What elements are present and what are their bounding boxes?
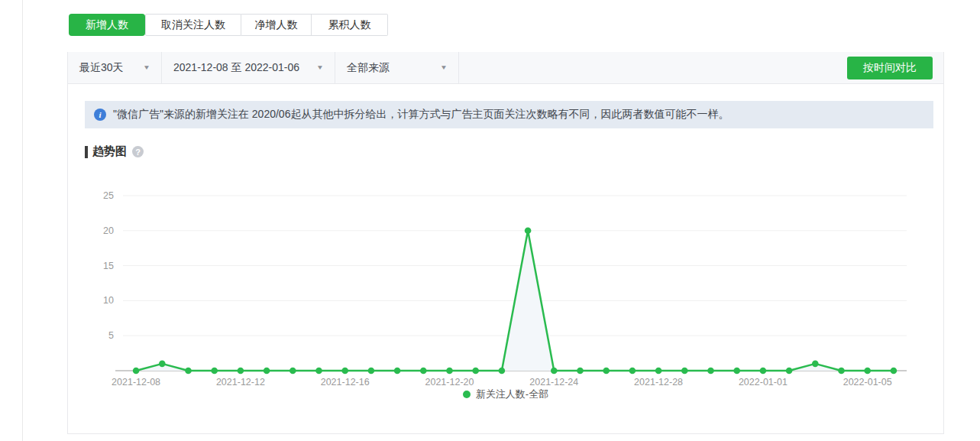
- date-range-dropdown[interactable]: 2021-12-08 至 2022-01-06 ▼: [162, 52, 335, 83]
- content-panel: 最近30天 ▼ 2021-12-08 至 2022-01-06 ▼ 全部来源 ▼…: [67, 52, 944, 434]
- compare-by-time-button[interactable]: 按时间对比: [847, 57, 933, 79]
- data-point[interactable]: [603, 368, 610, 375]
- data-point[interactable]: [891, 368, 898, 375]
- legend-dot-icon: [463, 391, 471, 398]
- y-axis-tick-label: 10: [103, 295, 114, 306]
- y-axis-tick-label: 20: [103, 225, 114, 236]
- x-axis-tick-label: 2021-12-12: [216, 377, 265, 387]
- analytics-page: 新增人数 取消关注人数 净增人数 累积人数 最近30天 ▼ 2021-12-08…: [0, 0, 980, 441]
- source-label: 全部来源: [347, 61, 390, 75]
- trend-chart[interactable]: 5101520252021-12-082021-12-122021-12-162…: [68, 174, 945, 392]
- data-point[interactable]: [551, 368, 558, 375]
- data-point[interactable]: [238, 368, 244, 375]
- x-axis-tick-label: 2021-12-28: [634, 377, 683, 387]
- data-point[interactable]: [681, 368, 688, 375]
- data-point[interactable]: [341, 368, 348, 375]
- data-point[interactable]: [185, 368, 192, 375]
- tab-unfollowers[interactable]: 取消关注人数: [145, 14, 241, 36]
- trend-chart-svg[interactable]: 5101520252021-12-082021-12-122021-12-162…: [68, 174, 943, 392]
- data-point[interactable]: [211, 368, 218, 375]
- source-dropdown[interactable]: 全部来源 ▼: [335, 52, 459, 83]
- time-range-dropdown[interactable]: 最近30天 ▼: [68, 52, 162, 83]
- data-point[interactable]: [629, 368, 636, 375]
- data-point[interactable]: [786, 368, 793, 375]
- data-point[interactable]: [577, 368, 584, 375]
- data-point[interactable]: [446, 368, 453, 375]
- sidebar-edge-divider: [22, 0, 23, 441]
- notice-text: "微信广告"来源的新增关注在 2020/06起从其他中拆分给出，计算方式与广告主…: [113, 108, 729, 122]
- legend-label: 新关注人数-全部: [476, 387, 548, 401]
- data-point[interactable]: [159, 361, 166, 368]
- time-range-label: 最近30天: [79, 61, 124, 75]
- x-axis-tick-label: 2021-12-20: [425, 377, 474, 387]
- data-point[interactable]: [760, 368, 767, 375]
- section-title: 趋势图 ?: [85, 144, 144, 159]
- data-point[interactable]: [733, 368, 740, 375]
- y-axis-tick-label: 15: [103, 261, 114, 271]
- data-point[interactable]: [315, 368, 322, 375]
- chevron-down-icon: ▼: [440, 64, 448, 71]
- data-point[interactable]: [133, 368, 140, 375]
- data-point[interactable]: [812, 361, 819, 368]
- y-axis-tick-label: 5: [108, 330, 114, 341]
- data-point[interactable]: [707, 368, 714, 375]
- data-point[interactable]: [655, 368, 662, 375]
- data-point[interactable]: [864, 368, 871, 375]
- x-axis-tick-label: 2021-12-16: [321, 377, 370, 387]
- date-range-label: 2021-12-08 至 2022-01-06: [173, 61, 299, 75]
- tab-new-followers[interactable]: 新增人数: [69, 14, 145, 36]
- data-point[interactable]: [368, 368, 375, 375]
- data-point[interactable]: [420, 368, 427, 375]
- tab-net-growth[interactable]: 净增人数: [241, 14, 312, 36]
- metric-tabs: 新增人数 取消关注人数 净增人数 累积人数: [69, 14, 388, 36]
- tab-total-followers[interactable]: 累积人数: [312, 14, 388, 36]
- data-point[interactable]: [289, 368, 296, 375]
- x-axis-tick-label: 2021-12-24: [529, 377, 578, 387]
- chart-legend[interactable]: 新关注人数-全部: [68, 387, 943, 402]
- chevron-down-icon: ▼: [143, 64, 150, 71]
- chevron-down-icon: ▼: [316, 64, 324, 71]
- x-axis-tick-label: 2022-01-05: [843, 377, 892, 387]
- trend-chart-title: 趋势图: [92, 144, 127, 159]
- x-axis-tick-label: 2022-01-01: [739, 377, 788, 387]
- filter-bar: 最近30天 ▼ 2021-12-08 至 2022-01-06 ▼ 全部来源 ▼…: [68, 52, 943, 84]
- info-icon: i: [94, 109, 106, 121]
- data-point[interactable]: [472, 368, 479, 375]
- data-point[interactable]: [525, 228, 532, 235]
- data-point[interactable]: [394, 368, 401, 375]
- data-point[interactable]: [499, 368, 506, 375]
- y-axis-tick-label: 25: [103, 190, 114, 201]
- help-icon[interactable]: ?: [132, 146, 144, 157]
- data-point[interactable]: [838, 368, 845, 375]
- data-point[interactable]: [264, 368, 270, 375]
- title-marker: [85, 146, 88, 158]
- notice-banner: i "微信广告"来源的新增关注在 2020/06起从其他中拆分给出，计算方式与广…: [85, 101, 933, 128]
- x-axis-tick-label: 2021-12-08: [112, 377, 160, 387]
